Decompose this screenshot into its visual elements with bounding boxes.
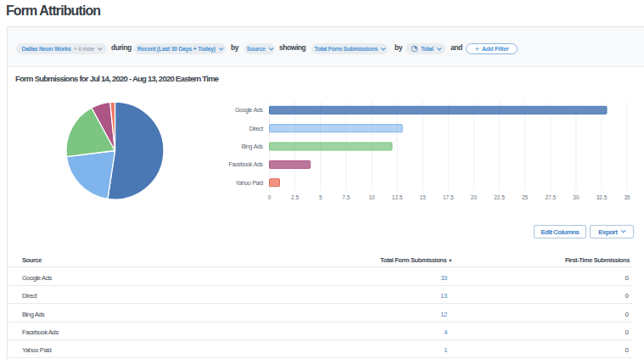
svg-text:32.5: 32.5 — [596, 194, 608, 200]
svg-text:20: 20 — [471, 194, 478, 200]
svg-text:Yahoo Paid: Yahoo Paid — [235, 180, 263, 186]
svg-text:Direct: Direct — [249, 126, 263, 132]
svg-text:5: 5 — [319, 194, 322, 200]
svg-text:0: 0 — [268, 194, 272, 200]
svg-text:30: 30 — [573, 194, 580, 200]
svg-text:Google Ads: Google Ads — [235, 107, 264, 114]
svg-text:2.5: 2.5 — [291, 194, 299, 200]
svg-text:7.5: 7.5 — [342, 194, 350, 200]
svg-text:35: 35 — [624, 194, 630, 200]
svg-text:Bing Ads: Bing Ads — [242, 143, 264, 150]
svg-text:15: 15 — [420, 194, 427, 200]
svg-text:22.5: 22.5 — [494, 194, 505, 200]
svg-text:Facebook Ads: Facebook Ads — [229, 161, 264, 167]
svg-text:17.5: 17.5 — [443, 194, 454, 200]
svg-text:25: 25 — [522, 194, 529, 200]
svg-text:27.5: 27.5 — [545, 194, 556, 200]
svg-text:12.5: 12.5 — [392, 194, 403, 200]
svg-text:10: 10 — [368, 194, 375, 200]
